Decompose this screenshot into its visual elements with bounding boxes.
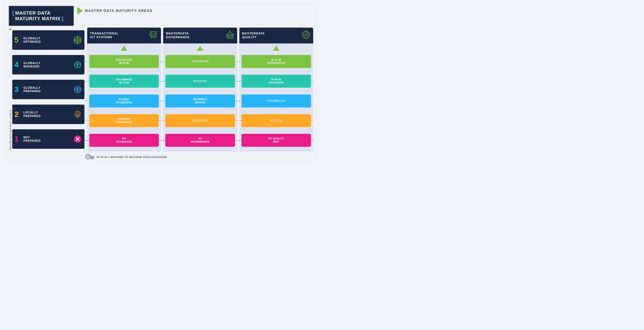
left-panel: MASTER DATA MATURITY LEVELS 5 GLOBALLYOP… bbox=[9, 28, 84, 152]
cell-t5: END-TO-ENDM-TO-M bbox=[89, 55, 159, 68]
level-number-3: 3 bbox=[14, 85, 22, 94]
col-arrow-governance bbox=[165, 46, 235, 51]
cell-q5: M-TO-MINTEGRATION bbox=[242, 55, 311, 68]
cell-wrapper-q5: M-TO-MINTEGRATION bbox=[242, 52, 311, 71]
col-header-quality: MASTERDATAQUALITY bbox=[239, 28, 313, 44]
cell-wrapper-t1: NOSTANDARDS bbox=[89, 130, 159, 150]
svg-point-60 bbox=[92, 157, 93, 158]
cell-wrapper-g1: NOGOVERNANCE bbox=[165, 130, 235, 150]
svg-rect-39 bbox=[231, 36, 233, 37]
col-body-quality: M-TO-MINTEGRATION M-TO-MEXCHANGE CONTROL… bbox=[239, 44, 313, 152]
cell-wrapper-t4: ON DEMANDM-TO-M bbox=[89, 71, 159, 91]
level-text-4: GLOBALLYMANAGED bbox=[24, 61, 40, 68]
col-header-icon-governance bbox=[226, 30, 234, 41]
cell-wrapper-g2: ICT DRIVEN bbox=[165, 111, 235, 130]
level-number-4: 4 bbox=[14, 60, 22, 69]
cell-wrapper-t2: COMPANYSTANDARDS bbox=[89, 111, 159, 130]
col-arrow-quality bbox=[242, 46, 311, 51]
level-icon-4 bbox=[73, 60, 82, 69]
footer-gear2-icon bbox=[90, 155, 95, 161]
svg-line-68 bbox=[91, 158, 92, 159]
level-number-5: 5 bbox=[14, 36, 22, 44]
right-panel: TRANSACTIONALICT SYSTEMS bbox=[84, 28, 313, 152]
main-container: [ MASTER DATA MATURITY MATRIX ] MASTER D… bbox=[4, 2, 318, 163]
col-arrow-transactional bbox=[89, 46, 159, 51]
cell-g1: NOGOVERNANCE bbox=[165, 134, 235, 147]
cell-wrapper-g5: INTEGRATED bbox=[165, 52, 235, 71]
cell-wrapper-q1: NO QUALITYMGT bbox=[242, 130, 311, 150]
cell-t4: ON DEMANDM-TO-M bbox=[89, 75, 159, 88]
level-icon-5 bbox=[73, 35, 82, 45]
arrow-up-icon-transactional bbox=[121, 46, 127, 51]
level-icon-2 bbox=[73, 110, 82, 119]
level-number-2: 2 bbox=[14, 110, 22, 119]
svg-line-66 bbox=[93, 158, 94, 159]
footer-note: M-TO-M = MACHINE TO MACHINE DATA EXCHANG… bbox=[9, 153, 313, 161]
level-row-2: 2 LOCALLYPREPARED bbox=[12, 105, 84, 124]
svg-rect-37 bbox=[229, 36, 231, 38]
svg-rect-36 bbox=[227, 35, 233, 38]
cell-q1: NO QUALITYMGT bbox=[242, 134, 311, 147]
col-header-text-governance: MASTERDATAGOVERNANCE bbox=[166, 32, 190, 39]
main-body: MASTER DATA MATURITY LEVELS 5 GLOBALLYOP… bbox=[9, 28, 313, 152]
level-text-1: NOTPREPARED bbox=[24, 136, 41, 142]
column-quality: MASTERDATAQUALITY bbox=[239, 28, 313, 152]
maturity-areas-header: MASTER DATA MATURITY AREAS bbox=[77, 6, 152, 15]
footer-text: M-TO-M = MACHINE TO MACHINE DATA EXCHANG… bbox=[97, 156, 167, 158]
title-line1: MASTER DATA bbox=[15, 11, 63, 16]
levels-column: 5 GLOBALLYOPTIMISED bbox=[12, 28, 84, 152]
col-body-governance: INTEGRATED MANAGED BUSINESSDRIVEN ICT DR… bbox=[163, 44, 237, 152]
level-text-3: GLOBALLYPREPARED bbox=[24, 86, 41, 93]
cell-g3: BUSINESSDRIVEN bbox=[165, 94, 235, 107]
bracket-close: ] bbox=[62, 16, 63, 22]
svg-point-25 bbox=[77, 112, 78, 114]
svg-point-42 bbox=[304, 32, 308, 37]
col-header-icon-quality bbox=[302, 30, 310, 41]
cell-t3: GLOBALSTANDARDS bbox=[89, 94, 159, 107]
cell-q3: CONTROLLED bbox=[242, 94, 311, 107]
svg-point-23 bbox=[77, 89, 78, 90]
cell-q4: M-TO-MEXCHANGE bbox=[242, 75, 311, 88]
level-icon-3 bbox=[73, 85, 82, 94]
cell-wrapper-q2: MANUAL bbox=[242, 111, 311, 130]
cell-wrapper-g4: MANAGED bbox=[165, 71, 235, 91]
svg-rect-38 bbox=[227, 36, 229, 37]
vertical-label: MASTER DATA MATURITY LEVELS bbox=[9, 28, 12, 152]
cell-wrapper-t3: GLOBALSTANDARDS bbox=[89, 91, 159, 111]
col-header-governance: MASTERDATAGOVERNANCE bbox=[163, 28, 237, 44]
column-transactional: TRANSACTIONALICT SYSTEMS bbox=[87, 28, 161, 152]
cell-wrapper-q4: M-TO-MEXCHANGE bbox=[242, 71, 311, 91]
svg-line-58 bbox=[86, 158, 87, 158]
cell-q2: MANUAL bbox=[242, 114, 311, 127]
title-block: [ MASTER DATA MATURITY MATRIX ] bbox=[9, 6, 74, 26]
cell-g5: INTEGRATED bbox=[165, 55, 235, 68]
level-row-4: 4 GLOBALLYMANAGED bbox=[12, 55, 84, 74]
level-icon-1 bbox=[73, 134, 82, 144]
cell-g2: ICT DRIVEN bbox=[165, 114, 235, 127]
arrow-up-icon-quality bbox=[273, 46, 280, 51]
col-header-icon-transactional bbox=[149, 30, 158, 41]
col-body-transactional: END-TO-ENDM-TO-M ON DEMANDM-TO-M GLOBALS… bbox=[87, 44, 161, 152]
level-row-1: 1 NOTPREPARED bbox=[12, 129, 84, 149]
cell-wrapper-q3: CONTROLLED bbox=[242, 91, 311, 111]
top-section: [ MASTER DATA MATURITY MATRIX ] MASTER D… bbox=[9, 6, 313, 26]
column-governance: MASTERDATAGOVERNANCE bbox=[163, 28, 237, 152]
svg-rect-30 bbox=[150, 32, 156, 36]
svg-rect-26 bbox=[77, 115, 78, 116]
level-text-2: LOCALLYPREPARED bbox=[24, 111, 41, 118]
col-header-text-transactional: TRANSACTIONALICT SYSTEMS bbox=[90, 32, 118, 39]
maturity-areas-title: MASTER DATA MATURITY AREAS bbox=[85, 9, 152, 13]
level-row-3: 3 GLOBALLYPREPARED bbox=[12, 80, 84, 99]
cell-t2: COMPANYSTANDARDS bbox=[89, 114, 159, 127]
col-header-text-quality: MASTERDATAQUALITY bbox=[242, 32, 265, 39]
arrow-up-icon-governance bbox=[197, 46, 203, 51]
svg-point-43 bbox=[306, 31, 306, 31]
svg-line-65 bbox=[91, 156, 92, 157]
bracket-open: [ bbox=[12, 10, 14, 16]
cell-g4: MANAGED bbox=[165, 75, 235, 88]
cell-wrapper-t5: END-TO-ENDM-TO-M bbox=[89, 52, 159, 71]
level-number-1: 1 bbox=[14, 135, 22, 143]
maturity-areas-arrow-icon bbox=[77, 7, 83, 15]
svg-point-50 bbox=[87, 156, 89, 158]
cell-wrapper-g3: BUSINESSDRIVEN bbox=[165, 91, 235, 111]
